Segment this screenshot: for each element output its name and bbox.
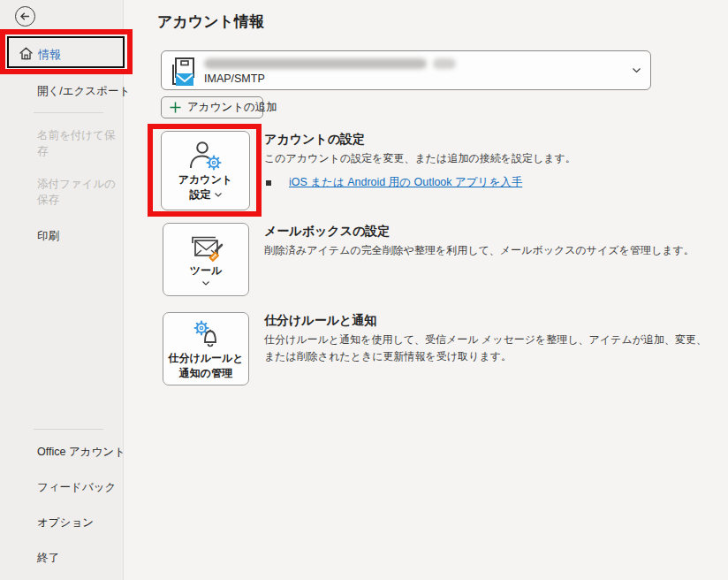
chevron-down-icon xyxy=(202,281,209,286)
tile-label-line2: 通知の管理 xyxy=(179,367,232,380)
sidebar-item-print[interactable]: 印刷 xyxy=(37,229,59,244)
sidebar-divider-bottom xyxy=(34,429,103,430)
account-email-redacted-suffix xyxy=(433,58,456,69)
account-card-envelope-icon xyxy=(171,57,195,87)
sidebar-item-feedback[interactable]: フィードバック xyxy=(37,480,116,495)
tile-label: ツール xyxy=(190,264,223,278)
person-gear-icon xyxy=(188,141,224,172)
mailbox-tools-button[interactable]: ツール xyxy=(163,223,249,296)
account-protocol-label: IMAP/SMTP xyxy=(204,72,265,85)
account-selector-dropdown[interactable]: IMAP/SMTP xyxy=(161,50,651,90)
envelope-broom-icon xyxy=(188,234,224,263)
section-desc-rules: 仕分けルールと通知を使用して、受信メール メッセージを整理し、アイテムが追加、変… xyxy=(264,332,710,365)
sidebar-divider-top xyxy=(34,112,103,113)
add-account-button[interactable]: アカウントの追加 xyxy=(161,96,263,118)
outlook-backstage-info-page: 情報 開く/エクスポート 名前を付けて保存 添付ファイルの保存 印刷 Offic… xyxy=(0,0,728,580)
sidebar-item-options[interactable]: オプション xyxy=(37,515,94,530)
sidebar-item-save-attachments: 添付ファイルの保存 xyxy=(37,176,118,208)
tile-label-line2: 設定 xyxy=(190,188,211,202)
section-heading-account-settings: アカウントの設定 xyxy=(264,132,365,148)
account-settings-button[interactable]: アカウント 設定 xyxy=(161,131,250,210)
section-heading-mailbox: メールボックスの設定 xyxy=(264,224,390,240)
rules-alerts-button[interactable]: 仕分けルールと 通知の管理 xyxy=(163,312,249,385)
sidebar-item-save-as: 名前を付けて保存 xyxy=(37,127,118,159)
tile-label: 仕分けルールと xyxy=(168,352,243,365)
account-email-redacted xyxy=(204,58,427,69)
chevron-down-icon xyxy=(215,193,222,197)
get-outlook-app-link[interactable]: iOS または Android 用の Outlook アプリを入手 xyxy=(289,175,522,190)
section-heading-rules: 仕分けルールと通知 xyxy=(264,313,376,329)
sidebar-item-open-export[interactable]: 開く/エクスポート xyxy=(37,84,130,99)
gear-bell-icon xyxy=(188,318,224,350)
back-arrow-icon xyxy=(19,10,32,23)
chevron-down-icon xyxy=(633,68,641,73)
bullet-square xyxy=(266,180,271,186)
add-account-label: アカウントの追加 xyxy=(187,100,277,115)
sidebar-item-info[interactable]: 情報 xyxy=(38,47,61,63)
sidebar-item-office-account[interactable]: Office アカウント xyxy=(37,445,125,460)
page-title: アカウント情報 xyxy=(157,11,264,32)
home-icon xyxy=(19,46,34,61)
plus-icon xyxy=(170,102,181,113)
section-desc-account-settings: このアカウントの設定を変更、または追加の接続を設定します。 xyxy=(264,150,710,167)
back-button[interactable] xyxy=(15,6,35,27)
section-desc-mailbox: 削除済みアイテムの完全削除や整理を利用して、メールボックスのサイズを管理します。 xyxy=(264,242,710,259)
tile-label: アカウント xyxy=(178,173,232,187)
sidebar-item-exit[interactable]: 終了 xyxy=(37,551,59,566)
